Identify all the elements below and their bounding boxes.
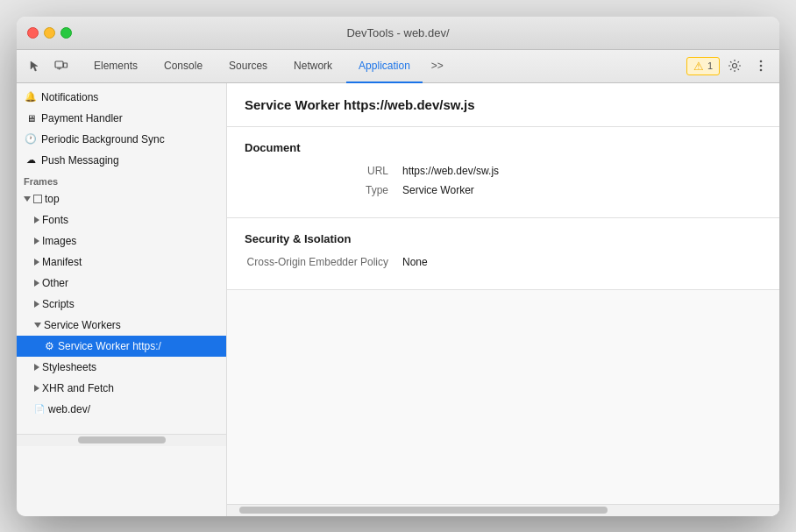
sidebar-item-xhr-fetch[interactable]: XHR and Fetch xyxy=(17,378,226,399)
sidebar-item-payment-handler[interactable]: 🖥 Payment Handler xyxy=(17,108,226,129)
frame-icon xyxy=(33,195,42,203)
svg-rect-1 xyxy=(64,63,68,67)
document-section: Document URL https://web.dev/sw.js Type … xyxy=(227,127,779,218)
security-section: Security & Isolation Cross-Origin Embedd… xyxy=(227,218,779,290)
sidebar-label-service-workers: Service Workers xyxy=(44,319,121,331)
chevron-right-icon xyxy=(34,301,39,308)
sidebar-item-web-dev[interactable]: 📄 web.dev/ xyxy=(17,399,226,420)
tab-application[interactable]: Application xyxy=(346,50,423,83)
sidebar-item-images[interactable]: Images xyxy=(17,231,226,252)
sidebar-label-push-messaging: Push Messaging xyxy=(41,154,119,167)
more-options-button[interactable] xyxy=(750,54,772,77)
url-label: URL xyxy=(245,165,402,177)
devtools-window: DevTools - web.dev/ Elements Cons xyxy=(17,17,779,516)
traffic-lights xyxy=(27,27,72,39)
sidebar-label-payment-handler: Payment Handler xyxy=(41,112,123,124)
warning-badge[interactable]: ⚠ 1 xyxy=(686,57,720,75)
coep-label: Cross-Origin Embedder Policy xyxy=(245,256,402,268)
maximize-button[interactable] xyxy=(60,27,72,39)
svg-rect-0 xyxy=(55,61,63,67)
titlebar: DevTools - web.dev/ xyxy=(17,17,779,50)
device-icon[interactable] xyxy=(50,54,73,77)
sidebar: 🔔 Notifications 🖥 Payment Handler 🕐 Peri… xyxy=(17,83,227,516)
sidebar-label-top: top xyxy=(45,193,60,205)
sidebar-label-manifest: Manifest xyxy=(42,256,82,268)
chevron-right-icon xyxy=(34,280,39,287)
file-icon: 📄 xyxy=(34,404,45,414)
minimize-button[interactable] xyxy=(44,27,55,39)
toolbar-right: ⚠ 1 xyxy=(686,54,772,77)
url-row: URL https://web.dev/sw.js xyxy=(245,165,762,177)
detail-empty-area xyxy=(227,290,779,504)
sidebar-item-scripts[interactable]: Scripts xyxy=(17,294,226,315)
chevron-right-icon xyxy=(34,364,39,371)
sidebar-label-notifications: Notifications xyxy=(41,91,98,103)
type-row: Type Service Worker xyxy=(245,184,762,196)
document-section-title: Document xyxy=(245,141,762,154)
url-value: https://web.dev/sw.js xyxy=(402,165,499,177)
chevron-right-icon xyxy=(34,216,39,223)
sidebar-item-push-messaging[interactable]: ☁ Push Messaging xyxy=(17,150,226,171)
chevron-right-icon xyxy=(34,385,39,392)
window-title: DevTools - web.dev/ xyxy=(346,26,449,39)
tab-sources[interactable]: Sources xyxy=(217,50,280,83)
cursor-icon[interactable] xyxy=(24,54,46,77)
chevron-down-icon xyxy=(24,196,31,202)
tab-console[interactable]: Console xyxy=(152,50,215,83)
sidebar-item-sw-entry[interactable]: ⚙ Service Worker https:/ xyxy=(17,336,226,357)
sidebar-label-xhr-fetch: XHR and Fetch xyxy=(42,382,114,394)
sidebar-label-images: Images xyxy=(42,235,76,247)
sidebar-label-sw-entry: Service Worker https:/ xyxy=(58,340,161,352)
security-section-title: Security & Isolation xyxy=(245,232,762,245)
toolbar: Elements Console Sources Network Applica… xyxy=(17,50,779,83)
card-icon: 🖥 xyxy=(24,111,38,125)
svg-point-5 xyxy=(760,60,763,63)
main-content: 🔔 Notifications 🖥 Payment Handler 🕐 Peri… xyxy=(17,83,779,516)
svg-point-6 xyxy=(760,65,763,67)
tab-network[interactable]: Network xyxy=(281,50,345,83)
sidebar-label-web-dev: web.dev/ xyxy=(48,403,90,415)
detail-header: Service Worker https://web.dev/sw.js xyxy=(227,83,779,127)
sidebar-item-manifest[interactable]: Manifest xyxy=(17,252,226,273)
more-tabs-button[interactable]: >> xyxy=(424,49,451,82)
settings-button[interactable] xyxy=(723,54,746,77)
sidebar-scroll-thumb xyxy=(78,436,166,443)
svg-point-7 xyxy=(760,69,763,72)
sidebar-item-periodic-bg-sync[interactable]: 🕐 Periodic Background Sync xyxy=(17,129,226,150)
detail-horizontal-scrollbar[interactable] xyxy=(227,504,779,516)
svg-point-4 xyxy=(733,64,737,68)
sidebar-item-stylesheets[interactable]: Stylesheets xyxy=(17,357,226,378)
frames-section-label: Frames xyxy=(17,171,226,188)
sidebar-item-top[interactable]: top xyxy=(17,188,226,209)
type-label: Type xyxy=(245,184,402,196)
warning-count: 1 xyxy=(707,60,713,71)
detail-scroll-thumb xyxy=(239,507,608,514)
tab-elements[interactable]: Elements xyxy=(82,50,150,83)
close-button[interactable] xyxy=(27,27,39,39)
sidebar-item-notifications[interactable]: 🔔 Notifications xyxy=(17,87,226,108)
sidebar-label-other: Other xyxy=(42,277,68,289)
detail-panel: Service Worker https://web.dev/sw.js Doc… xyxy=(227,83,779,516)
sidebar-label-scripts: Scripts xyxy=(42,298,75,310)
cloud-icon: ☁ xyxy=(24,153,38,167)
gear-icon: ⚙ xyxy=(45,340,54,352)
sidebar-label-periodic-bg-sync: Periodic Background Sync xyxy=(41,133,165,145)
sidebar-horizontal-scrollbar[interactable] xyxy=(17,434,226,446)
sidebar-item-fonts[interactable]: Fonts xyxy=(17,209,226,231)
chevron-down-icon xyxy=(34,323,41,328)
sidebar-item-other[interactable]: Other xyxy=(17,273,226,294)
coep-value: None xyxy=(402,256,428,268)
sidebar-label-stylesheets: Stylesheets xyxy=(42,361,96,373)
coep-row: Cross-Origin Embedder Policy None xyxy=(245,256,762,268)
type-value: Service Worker xyxy=(402,184,474,196)
chevron-right-icon xyxy=(34,238,39,245)
toolbar-left-icons xyxy=(24,54,73,77)
chevron-right-icon xyxy=(34,259,39,266)
sidebar-item-service-workers[interactable]: Service Workers xyxy=(17,315,226,336)
bell-icon: 🔔 xyxy=(24,90,38,104)
clock-icon: 🕐 xyxy=(24,132,38,146)
sidebar-label-fonts: Fonts xyxy=(42,214,68,226)
warning-icon: ⚠ xyxy=(693,60,704,73)
